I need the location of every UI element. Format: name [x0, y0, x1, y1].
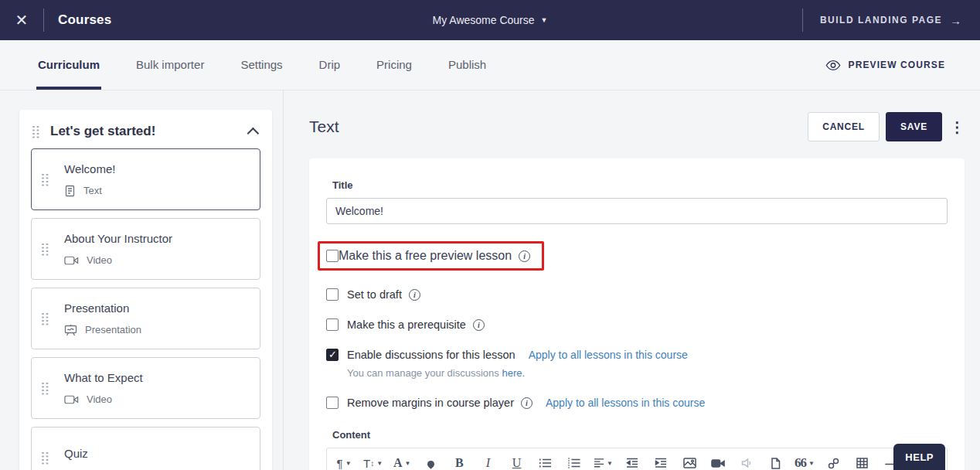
- indent-icon[interactable]: [652, 455, 670, 470]
- insert-image-icon[interactable]: [680, 455, 699, 470]
- build-landing-page-label: BUILD LANDING PAGE: [820, 15, 942, 26]
- drag-handle-icon[interactable]: [42, 383, 49, 394]
- tab-bulk-importer[interactable]: Bulk importer: [134, 40, 206, 90]
- eye-icon: [825, 60, 842, 71]
- tab-curriculum[interactable]: Curriculum: [36, 40, 101, 90]
- title-field-label: Title: [332, 179, 948, 191]
- remove-margins-checkbox[interactable]: [326, 397, 339, 409]
- tab-drip[interactable]: Drip: [318, 40, 342, 90]
- option-row-free-preview: Make this a free preview lesson i: [326, 249, 530, 263]
- font-size-icon[interactable]: T↕▼: [363, 455, 383, 470]
- lesson-type-label: Text: [83, 185, 102, 196]
- option-row-remove-margins: Remove margins in course player i Apply …: [326, 397, 948, 409]
- blockquote-icon[interactable]: 66▼: [795, 455, 815, 470]
- chevron-down-icon: ▼: [541, 16, 548, 24]
- title-input[interactable]: [326, 198, 948, 224]
- drag-handle-icon[interactable]: [42, 452, 49, 464]
- set-to-draft-checkbox[interactable]: [326, 288, 339, 301]
- lesson-item-presentation[interactable]: Presentation Presentation: [31, 288, 260, 349]
- prerequisite-checkbox[interactable]: [326, 318, 339, 331]
- cancel-button[interactable]: CANCEL: [808, 112, 880, 141]
- paragraph-format-icon[interactable]: ¶▼: [335, 455, 353, 470]
- highlight-color-icon[interactable]: [421, 455, 440, 470]
- video-lesson-icon: [64, 394, 79, 405]
- preview-course-button[interactable]: PREVIEW COURSE: [825, 40, 945, 90]
- lesson-type-label: Video: [87, 254, 112, 266]
- option-label: Remove margins in course player: [347, 397, 514, 409]
- lesson-type-label: Presentation: [85, 324, 141, 335]
- option-label: Enable discussions for this lesson: [347, 349, 516, 361]
- lesson-title: Welcome!: [64, 162, 115, 175]
- text-lesson-icon: [64, 185, 76, 197]
- insert-table-icon[interactable]: [853, 455, 872, 470]
- lesson-type-label: Video: [87, 393, 112, 405]
- tab-pricing[interactable]: Pricing: [375, 40, 413, 90]
- drag-handle-icon[interactable]: [42, 244, 49, 255]
- curriculum-sidebar: Let's get started! Welcome! Text About Y…: [0, 90, 284, 470]
- preview-course-label: PREVIEW COURSE: [849, 60, 945, 70]
- insert-link-icon[interactable]: [825, 455, 843, 470]
- tabbar: Curriculum Bulk importer Settings Drip P…: [0, 40, 980, 90]
- insert-video-icon[interactable]: [709, 455, 727, 470]
- manage-discussions-here-link[interactable]: here.: [502, 367, 525, 379]
- page-title: Courses: [58, 12, 111, 28]
- lesson-item-about-your-instructor[interactable]: About Your Instructor Video: [31, 218, 260, 280]
- course-selector-dropdown[interactable]: My Awesome Course ▼: [433, 14, 548, 26]
- topbar: ✕ Courses My Awesome Course ▼ BUILD LAND…: [0, 0, 980, 40]
- close-icon[interactable]: ✕: [0, 11, 43, 29]
- option-row-prerequisite: Make this a prerequisite i: [326, 318, 948, 331]
- tab-settings[interactable]: Settings: [239, 40, 284, 90]
- course-selector-label: My Awesome Course: [433, 14, 535, 26]
- lesson-editor-heading: Text: [309, 118, 808, 136]
- lesson-title: What to Expect: [64, 371, 143, 384]
- drag-handle-icon[interactable]: [42, 174, 49, 186]
- content-field-label: Content: [332, 429, 948, 441]
- more-options-kebab-icon[interactable]: ⋮: [950, 120, 965, 135]
- ordered-list-icon[interactable]: [565, 455, 584, 470]
- presentation-lesson-icon: [64, 324, 77, 336]
- chapter-card: Let's get started! Welcome! Text About Y…: [19, 110, 272, 470]
- lesson-item-quiz[interactable]: Quiz: [31, 427, 260, 470]
- bold-icon[interactable]: B: [450, 455, 468, 470]
- lesson-title: Presentation: [64, 301, 141, 315]
- align-icon[interactable]: ▼: [594, 455, 613, 470]
- arrow-right-icon: →: [950, 14, 961, 27]
- option-label: Make this a free preview lesson: [339, 249, 512, 263]
- option-label: Make this a prerequisite: [347, 318, 466, 331]
- info-icon[interactable]: i: [519, 250, 530, 262]
- chapter-header: Let's get started!: [31, 121, 260, 148]
- rich-text-toolbar: ¶▼ T↕▼ A▼ B I U ▼ 66▼: [326, 448, 948, 470]
- underline-icon[interactable]: U: [508, 455, 526, 470]
- unordered-list-icon[interactable]: [536, 455, 555, 470]
- option-row-discussions: Enable discussions for this lesson Apply…: [326, 349, 948, 361]
- discussions-subtext: You can manage your discussions here.: [347, 367, 948, 379]
- enable-discussions-checkbox[interactable]: [326, 349, 339, 361]
- option-row-set-to-draft: Set to draft i: [326, 288, 948, 301]
- option-label: Set to draft: [347, 288, 402, 301]
- build-landing-page-button[interactable]: BUILD LANDING PAGE →: [803, 0, 980, 40]
- tab-publish[interactable]: Publish: [447, 40, 488, 90]
- chapter-title: Let's get started!: [50, 124, 250, 139]
- drag-handle-icon[interactable]: [32, 126, 39, 138]
- insert-file-icon[interactable]: [766, 455, 784, 470]
- help-button[interactable]: HELP: [893, 444, 945, 470]
- apply-all-lessons-link[interactable]: Apply to all lessons in this course: [546, 397, 705, 409]
- drag-handle-icon[interactable]: [42, 313, 49, 325]
- annotation-highlight-box: Make this a free preview lesson i: [318, 241, 544, 271]
- free-preview-checkbox[interactable]: [326, 250, 339, 262]
- topbar-divider: [43, 9, 44, 32]
- info-icon[interactable]: i: [409, 289, 420, 301]
- font-color-icon[interactable]: A▼: [393, 455, 411, 470]
- lesson-item-welcome[interactable]: Welcome! Text: [31, 148, 260, 210]
- insert-audio-icon[interactable]: [737, 455, 756, 470]
- italic-icon[interactable]: I: [478, 455, 497, 470]
- video-lesson-icon: [64, 255, 79, 266]
- lesson-item-what-to-expect[interactable]: What to Expect Video: [31, 357, 260, 419]
- outdent-icon[interactable]: [623, 455, 641, 470]
- save-button[interactable]: SAVE: [886, 112, 942, 141]
- info-icon[interactable]: i: [521, 397, 533, 409]
- apply-all-lessons-link[interactable]: Apply to all lessons in this course: [529, 349, 688, 361]
- lesson-editor: Text CANCEL SAVE ⋮ Title Make this a fre…: [284, 90, 980, 470]
- lesson-form-panel: Title Make this a free preview lesson i …: [309, 158, 965, 470]
- info-icon[interactable]: i: [473, 319, 485, 331]
